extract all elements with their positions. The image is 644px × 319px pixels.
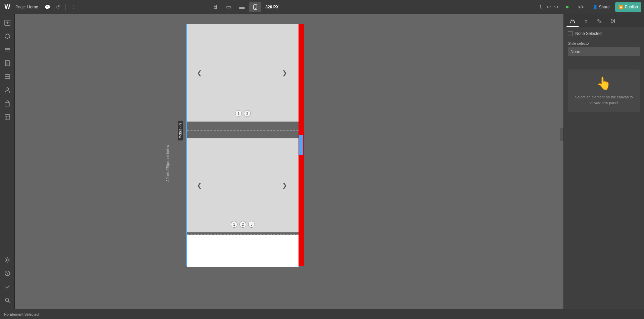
tab-style[interactable] <box>567 16 579 27</box>
slider2-arrow-right[interactable]: ❯ <box>279 180 290 191</box>
svg-point-20 <box>6 259 8 261</box>
dotted-divider-2 <box>187 234 299 235</box>
tab-interactions[interactable] <box>593 16 605 27</box>
sidebar-item-components[interactable] <box>1 30 13 42</box>
redo-btn[interactable]: ↪ <box>553 3 560 11</box>
cursor-icon: 👆 <box>596 76 611 90</box>
slider1-arrow-left[interactable]: ❮ <box>194 67 205 78</box>
device-switcher: 🖥 ▭ ▬ 320 PX <box>209 2 278 12</box>
svg-rect-14 <box>5 77 10 79</box>
slider2-dot-2[interactable]: 2 <box>239 221 246 228</box>
sidebar-item-help[interactable]: ? <box>1 267 13 279</box>
publish-label: Publish <box>625 5 638 9</box>
dotted-divider-1 <box>187 130 299 131</box>
canvas-left-border <box>186 24 187 266</box>
statusbar: No Element Selected <box>0 309 644 319</box>
white-section <box>187 235 299 267</box>
sidebar-item-layers[interactable] <box>1 44 13 56</box>
history-icon[interactable]: ↺ <box>53 2 63 12</box>
code-view-btn[interactable]: </> <box>575 2 587 12</box>
canvas-area[interactable]: Affects 479px and below Mobile (P) ❮ ❯ 1… <box>15 14 564 309</box>
publish-icon: 🔼 <box>619 5 624 9</box>
slider1-arrow-right[interactable]: ❯ <box>279 67 290 78</box>
topbar-separator-1 <box>65 4 66 10</box>
svg-rect-13 <box>5 75 10 76</box>
status-icon[interactable]: ● <box>562 2 572 12</box>
topbar-right: 1 ↩ ↪ ● </> 👤 Share 🔼 Publish <box>540 2 641 12</box>
right-panel: None Selected Style selector None 👆 Sele… <box>564 14 644 309</box>
landscape-mobile-device-btn[interactable]: ▬ <box>236 2 248 12</box>
right-panel-collapse-handle[interactable]: › <box>560 128 564 141</box>
comment-icon[interactable]: 💬 <box>42 2 52 12</box>
slider2-dot-1[interactable]: 1 <box>231 221 237 228</box>
svg-point-26 <box>598 19 599 21</box>
status-text: No Element Selected <box>4 312 39 316</box>
sidebar-item-store[interactable] <box>1 97 13 109</box>
px-display: 320 PX <box>265 5 278 9</box>
code-icon: </> <box>578 5 584 9</box>
logo: W <box>3 2 12 12</box>
style-selector-input[interactable]: None <box>568 47 640 56</box>
slider1-dot-2[interactable]: 2 <box>244 110 251 117</box>
canvas-right-accent <box>299 135 303 155</box>
tab-animations[interactable] <box>607 16 619 27</box>
sidebar-item-pages[interactable] <box>1 57 13 69</box>
svg-marker-30 <box>611 19 614 23</box>
svg-rect-17 <box>5 115 10 119</box>
right-panel-content: None Selected Style selector None 👆 Sele… <box>564 27 644 309</box>
main-layout: ? Affects 479px and below Mobile (P) ❮ ❯… <box>0 14 644 309</box>
slider1-dot-1[interactable]: 1 <box>235 110 242 117</box>
panel-empty-state: 👆 Select an element on the canvas to act… <box>568 70 640 112</box>
share-btn[interactable]: 👤 Share <box>589 2 613 12</box>
slider-section-2: ❮ ❯ 1 2 3 <box>187 138 299 232</box>
sidebar-item-search[interactable] <box>1 294 13 306</box>
page-count: 1 <box>540 5 542 9</box>
sidebar-item-add[interactable] <box>1 17 13 29</box>
tab-settings[interactable] <box>580 16 592 27</box>
slider2-dot-3[interactable]: 3 <box>248 221 255 228</box>
svg-point-1 <box>255 8 256 9</box>
undo-redo-group: ↩ ↪ <box>545 3 560 11</box>
svg-point-15 <box>6 88 9 90</box>
slider-section-1: ❮ ❯ 1 2 <box>187 24 299 122</box>
slider2-arrow-left[interactable]: ❮ <box>194 180 205 191</box>
sidebar-item-sections[interactable] <box>1 71 13 83</box>
style-selector-label: Style selector <box>568 41 640 45</box>
share-label: Share <box>599 5 610 9</box>
page-label: Page: <box>15 5 26 9</box>
svg-rect-16 <box>5 103 10 106</box>
mobile-label: Mobile (P) <box>178 121 183 141</box>
svg-text:?: ? <box>6 272 8 275</box>
page-name[interactable]: Home <box>27 5 38 9</box>
sidebar-bottom: ? <box>1 254 13 309</box>
publish-btn[interactable]: 🔼 Publish <box>615 2 641 12</box>
none-selected-label: None Selected <box>575 31 602 36</box>
sidebar-item-account[interactable] <box>1 84 13 96</box>
more-options-icon[interactable]: ⋮ <box>68 2 78 12</box>
sidebar-item-settings[interactable] <box>1 254 13 266</box>
undo-btn[interactable]: ↩ <box>545 3 552 11</box>
sidebar-item-cms[interactable] <box>1 111 13 123</box>
slider1-dots: 1 2 <box>235 110 251 117</box>
tablet-device-btn[interactable]: ▭ <box>222 2 234 12</box>
mobile-device-btn[interactable] <box>249 2 261 12</box>
share-icon: 👤 <box>593 5 598 9</box>
svg-point-23 <box>5 298 9 302</box>
topbar: W Page: Home 💬 ↺ ⋮ 🖥 ▭ ▬ 320 PX 1 ↩ ↪ ● … <box>0 0 644 14</box>
panel-empty-text: Select an element on the canvas to activ… <box>575 94 633 105</box>
desktop-device-btn[interactable]: 🖥 <box>209 2 221 12</box>
left-sidebar: ? <box>0 14 15 309</box>
svg-line-24 <box>8 301 10 303</box>
slider2-dots: 1 2 3 <box>231 221 255 228</box>
svg-marker-5 <box>5 34 10 39</box>
none-selected-checkbox[interactable] <box>568 31 573 36</box>
none-selected-row: None Selected <box>568 31 640 36</box>
sidebar-item-tasks[interactable] <box>1 281 13 293</box>
affects-label: Affects 479px and below <box>166 145 170 182</box>
right-panel-tabs <box>564 14 644 27</box>
svg-point-25 <box>585 20 587 22</box>
svg-point-27 <box>600 21 601 23</box>
